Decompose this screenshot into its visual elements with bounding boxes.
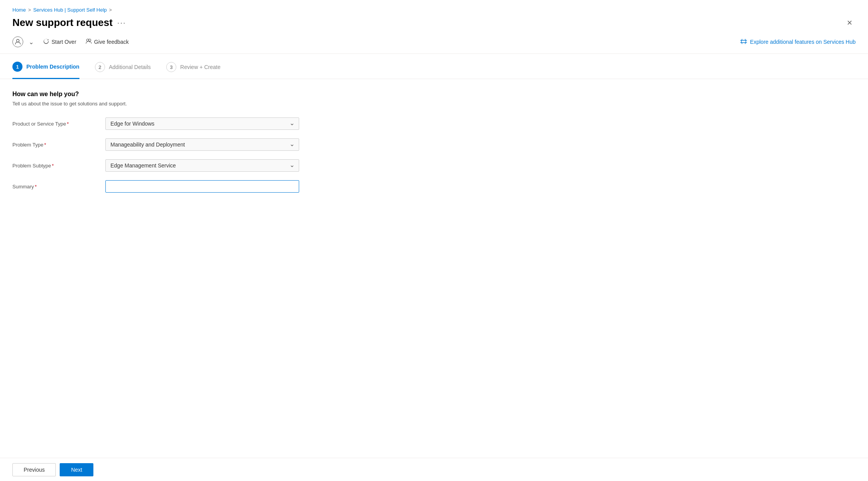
explore-features-link[interactable]: Explore additional features on Services … [740,39,856,45]
product-service-type-row: Product or Service Type* Edge for Window… [12,117,856,130]
step-2-label: Additional Details [109,64,151,70]
product-service-type-dropdown[interactable]: Edge for Windows [105,117,299,130]
product-service-type-dropdown-wrapper: Edge for Windows [105,117,299,130]
start-over-button[interactable]: Start Over [39,36,80,48]
give-feedback-label: Give feedback [94,39,129,45]
explore-icon [740,39,747,45]
step-1-label: Problem Description [26,64,79,70]
breadcrumb: Home > Services Hub | Support Self Help … [0,0,868,13]
step-3-circle: 3 [166,62,176,72]
problem-type-control: Manageability and Deployment [105,138,299,151]
problem-subtype-dropdown-wrapper: Edge Management Service [105,159,299,172]
more-options-button[interactable]: ··· [117,18,126,27]
problem-type-row: Problem Type* Manageability and Deployme… [12,138,856,151]
explore-label: Explore additional features on Services … [750,39,856,45]
required-star-2: * [44,142,46,148]
step-2-circle: 2 [95,62,105,72]
previous-button[interactable]: Previous [12,463,56,476]
product-service-type-control: Edge for Windows [105,117,299,130]
required-star-4: * [35,184,37,190]
next-button[interactable]: Next [60,463,93,476]
breadcrumb-sep2: > [109,7,112,13]
required-star-3: * [52,163,54,169]
problem-subtype-row: Problem Subtype* Edge Management Service [12,159,856,172]
step-additional-details[interactable]: 2 Additional Details [95,62,151,78]
account-dropdown-button[interactable]: ⌄ [25,36,38,48]
problem-subtype-dropdown[interactable]: Edge Management Service [105,159,299,172]
avatar [12,36,23,47]
steps-row: 1 Problem Description 2 Additional Detai… [0,54,868,79]
summary-control [105,180,299,193]
main-content: How can we help you? Tell us about the i… [0,79,868,213]
feedback-icon [86,38,92,46]
refresh-icon [43,38,49,46]
give-feedback-button[interactable]: Give feedback [82,36,133,48]
page-title: New support request [12,17,113,29]
toolbar: ⌄ Start Over Give feedback Explore addit… [0,29,868,54]
summary-label: Summary* [12,184,105,190]
breadcrumb-home[interactable]: Home [12,7,26,13]
problem-type-dropdown-wrapper: Manageability and Deployment [105,138,299,151]
step-problem-description[interactable]: 1 Problem Description [12,62,79,79]
product-service-type-label: Product or Service Type* [12,121,105,127]
step-1-circle: 1 [12,62,22,72]
svg-point-0 [17,40,19,42]
page-title-row: New support request ··· ✕ [0,13,868,29]
close-button[interactable]: ✕ [844,17,856,29]
required-star: * [67,121,69,127]
footer: Previous Next [0,458,868,481]
problem-type-label: Problem Type* [12,142,105,148]
chevron-down-icon: ⌄ [29,38,34,46]
summary-row: Summary* [12,180,856,193]
problem-subtype-label: Problem Subtype* [12,163,105,169]
step-3-label: Review + Create [180,64,220,70]
start-over-label: Start Over [52,39,76,45]
step-review-create[interactable]: 3 Review + Create [166,62,220,78]
breadcrumb-sep1: > [28,7,31,13]
problem-subtype-control: Edge Management Service [105,159,299,172]
breadcrumb-services-hub[interactable]: Services Hub | Support Self Help [33,7,107,13]
section-heading: How can we help you? [12,91,856,98]
problem-type-dropdown[interactable]: Manageability and Deployment [105,138,299,151]
section-subtitle: Tell us about the issue to get solutions… [12,101,856,107]
summary-input[interactable] [105,180,299,193]
